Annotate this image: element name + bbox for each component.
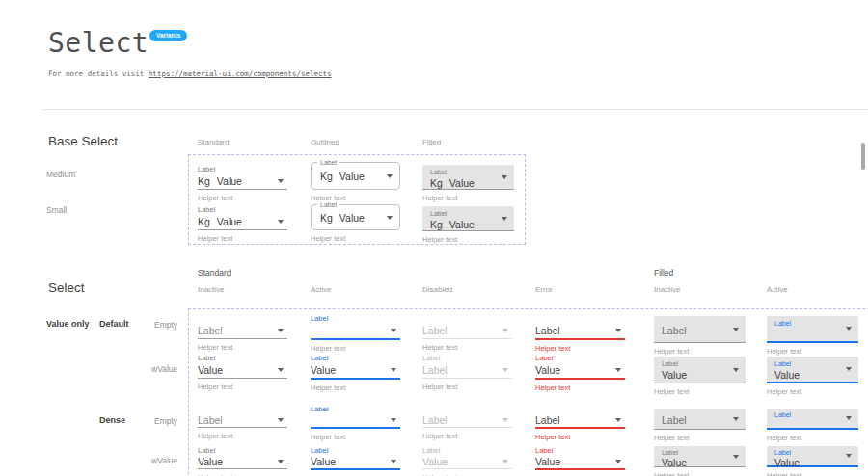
select-standard-disabled-empty: Label Helper text [422, 313, 512, 352]
base-select-standard-small: Label KgValue Helper text [198, 204, 287, 243]
select-trigger[interactable]: Label Value [767, 446, 858, 467]
select-trigger[interactable]: Label Value [654, 446, 746, 467]
select-trigger[interactable]: Value [198, 362, 287, 379]
select-trigger[interactable]: KgValue [198, 214, 287, 230]
select-dense-filled-inactive-wvalue: Label Value Helper text [654, 446, 746, 476]
select-trigger[interactable]: Value [311, 362, 400, 380]
select-label: Label [662, 448, 738, 457]
helper-text: Helper text [198, 234, 287, 243]
select-trigger[interactable]: Label [198, 412, 287, 428]
select-label: Label [311, 313, 400, 323]
column-standard-disabled: Disabled [422, 285, 452, 294]
select-trigger[interactable] [311, 412, 400, 429]
select-trigger[interactable]: Label KgValue [311, 204, 400, 230]
helper-text: Helper text [198, 383, 287, 391]
helper-text: Helper text [767, 471, 858, 476]
select-label: Label [662, 359, 738, 368]
dropdown-arrow-icon [615, 329, 621, 332]
select-placeholder: Label [422, 325, 448, 336]
select-label: Label [662, 325, 687, 336]
subtitle: For more details visit https://material-… [48, 69, 332, 78]
base-row-small: Small [46, 205, 67, 215]
dropdown-arrow-icon [278, 329, 284, 332]
select-dense-standard-error-wvalue: Label Value Helper text [535, 446, 625, 476]
dropdown-arrow-icon [278, 460, 284, 463]
select-dense-standard-inactive-wvalue: Label Value Helper text [198, 446, 287, 476]
select-trigger[interactable]: Label [535, 412, 625, 429]
select-trigger[interactable] [311, 323, 400, 340]
select-trigger[interactable]: KgValue [198, 173, 287, 190]
select-label: Label [430, 168, 506, 176]
select-trigger[interactable]: Value [311, 454, 400, 470]
select-label: Label [662, 414, 687, 426]
select-standard-disabled-wvalue: Label Label Helper text [422, 353, 512, 391]
variant-dense: Dense [99, 415, 125, 425]
select-trigger[interactable]: Label [767, 409, 858, 430]
select-trigger[interactable]: Label [654, 409, 746, 430]
select-value: Value [774, 369, 851, 382]
select-trigger[interactable]: Label [767, 316, 858, 343]
select-label: Label [198, 353, 287, 362]
select-adornment: Kg [430, 177, 443, 189]
group-filled: Filled [654, 268, 673, 278]
scrollbar-thumb[interactable] [861, 143, 865, 170]
row-dense-wvalue: wValue [151, 456, 177, 465]
select-value: Value [311, 456, 336, 467]
select-dense-filled-inactive-empty: Label Helper text [654, 409, 746, 442]
helper-text: Helper text [198, 343, 287, 352]
label-slot [535, 405, 625, 412]
select-variants-page: Select Variants For more details visit h… [0, 0, 868, 476]
base-select-filled-small: Label KgValue Helper text [422, 206, 514, 244]
select-trigger[interactable]: Value [535, 362, 625, 380]
dropdown-arrow-icon [502, 460, 508, 463]
select-adornment: Kg [320, 212, 333, 224]
label-slot [198, 405, 287, 412]
select-trigger[interactable]: Label KgValue [422, 206, 514, 231]
material-ui-link[interactable]: https://material-ui.com/components/selec… [149, 69, 332, 78]
dropdown-arrow-icon [502, 217, 507, 221]
dropdown-arrow-icon [733, 368, 739, 372]
select-adornment: Kg [430, 219, 443, 230]
select-value: Value [311, 364, 336, 376]
select-trigger[interactable]: Value [535, 454, 625, 470]
select-filled-inactive-empty: Label Helper text [654, 316, 746, 356]
helper-text: Helper text [422, 235, 514, 244]
dropdown-arrow-icon [733, 417, 739, 421]
select-value: KgValue [320, 212, 365, 224]
helper-text: Helper text [422, 383, 512, 391]
helper-text: Helper text [311, 344, 400, 353]
dropdown-arrow-icon [278, 368, 284, 372]
select-placeholder: Label [422, 414, 448, 426]
select-filled-active-wvalue: Label Value Helper text [767, 357, 858, 396]
dropdown-arrow-icon [278, 418, 284, 422]
select-label: Label [198, 164, 287, 173]
helper-text: Helper text [422, 343, 512, 352]
variants-badge: Variants [149, 30, 187, 41]
select-dense-standard-error-empty: Label Helper text [535, 405, 625, 441]
select-trigger[interactable]: Label KgValue [422, 165, 514, 190]
select-placeholder: Label [198, 414, 223, 426]
select-trigger[interactable]: Value [198, 454, 287, 469]
dropdown-arrow-icon [846, 416, 852, 420]
select-placeholder: Label [198, 325, 223, 336]
column-filled-inactive: Inactive [654, 285, 681, 294]
select-standard-inactive-empty: Label Helper text [198, 313, 287, 352]
select-label: Label [422, 446, 512, 454]
label-slot [198, 313, 287, 323]
select-trigger[interactable]: Label [654, 316, 746, 343]
select-value: Label [422, 364, 448, 376]
select-label: Label [317, 200, 339, 209]
select-dense-standard-disabled-wvalue: Label Value Helper text [422, 446, 512, 476]
dropdown-arrow-icon [502, 368, 508, 372]
helper-text: Helper text [654, 387, 746, 396]
base-select-section-title: Base Select [48, 134, 118, 148]
helper-text: Helper text [311, 433, 400, 441]
dropdown-arrow-icon [502, 418, 508, 422]
helper-text: Helper text [422, 432, 512, 440]
select-trigger[interactable]: Label [535, 323, 625, 340]
select-trigger[interactable]: Label Value [654, 357, 746, 383]
select-trigger[interactable]: Label KgValue [311, 162, 400, 190]
select-trigger[interactable]: Label Value [767, 357, 858, 383]
helper-text: Helper text [311, 234, 400, 243]
select-trigger[interactable]: Label [198, 323, 287, 339]
